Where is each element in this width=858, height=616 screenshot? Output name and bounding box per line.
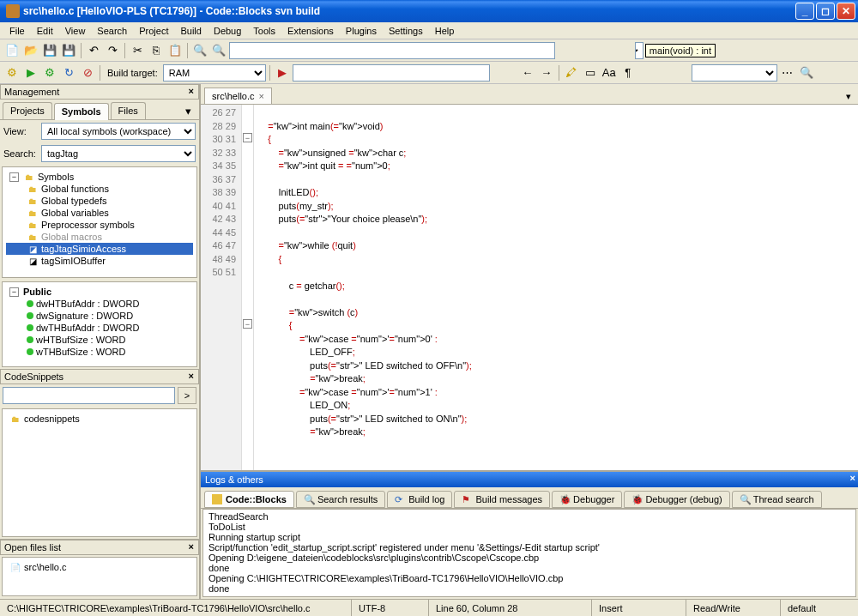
codesnippets-header: CodeSnippets ×	[0, 369, 199, 384]
logs-header: Logs & others ×	[201, 472, 858, 487]
public-item[interactable]: dwTHBufAddr : DWORD	[6, 322, 193, 334]
openfiles-header: Open files list ×	[0, 540, 199, 555]
quick-search-input[interactable]	[229, 42, 555, 59]
log-tab-threadsearch[interactable]: 🔍Thread search	[732, 491, 822, 508]
menu-view[interactable]: View	[59, 24, 92, 38]
find-replace-icon[interactable]: 🔍	[210, 42, 227, 59]
log-tab-buildlog[interactable]: ⟳Build log	[387, 491, 452, 508]
cut-icon[interactable]: ✂	[129, 42, 146, 59]
status-insert: Insert	[592, 600, 686, 616]
tree-tagsimiobuffer[interactable]: ◪tagSimIOBuffer	[6, 255, 193, 267]
highlight-icon[interactable]: 🖍	[563, 64, 580, 82]
tab-dropdown-icon[interactable]: ▾	[179, 102, 196, 119]
status-position: Line 60, Column 28	[429, 600, 592, 616]
close-button[interactable]: ✕	[837, 3, 855, 20]
log-tab-debugger[interactable]: 🐞Debugger	[552, 491, 622, 508]
tree-global-typedefs[interactable]: 🖿Global typedefs	[6, 195, 193, 207]
debug-continue-icon[interactable]: ▶	[274, 64, 291, 82]
view-select[interactable]: All local symbols (workspace)	[41, 123, 196, 140]
rebuild-icon[interactable]: ↻	[60, 64, 77, 82]
code-editor[interactable]: 26 27 28 29 30 31 32 33 34 35 36 37 38 3…	[201, 105, 858, 470]
editor-tab-close-icon[interactable]: ×	[259, 91, 264, 101]
public-item[interactable]: dwSignature : DWORD	[6, 310, 193, 322]
tree-root-symbols[interactable]: −🖿Symbols	[6, 171, 193, 183]
log-tab-debugger-debug[interactable]: 🐞Debugger (debug)	[624, 491, 729, 508]
codesnippets-close-icon[interactable]: ×	[186, 371, 196, 381]
menu-file[interactable]: File	[3, 24, 31, 38]
menu-extensions[interactable]: Extensions	[281, 24, 340, 38]
menu-debug[interactable]: Debug	[208, 24, 247, 38]
public-item[interactable]: wHTBufSize : WORD	[6, 334, 193, 346]
log-tab-search[interactable]: 🔍Search results	[296, 491, 385, 508]
menu-plugins[interactable]: Plugins	[340, 24, 383, 38]
editor-tab-dropdown-icon[interactable]: ▾	[843, 89, 855, 104]
codesnippets-search-input[interactable]	[3, 387, 175, 404]
codesnippets-root[interactable]: 🖿codesnippets	[6, 413, 193, 425]
menu-help[interactable]: Help	[429, 24, 461, 38]
search-go-icon[interactable]: 🔍	[798, 64, 815, 82]
tree-selected-symbol[interactable]: ◪tagJtagSimioAccess	[6, 243, 193, 255]
selection-icon[interactable]: ▭	[582, 64, 599, 82]
search-scope-select[interactable]	[692, 64, 777, 82]
new-file-icon[interactable]: 📄	[3, 42, 21, 59]
tab-projects[interactable]: Projects	[3, 102, 52, 119]
run-icon[interactable]: ▶	[22, 64, 39, 82]
log-tab-buildmsg[interactable]: ⚑Build messages	[454, 491, 550, 508]
app-icon	[6, 4, 20, 18]
log-tab-codeblocks[interactable]: Code::Blocks	[204, 491, 294, 508]
maximize-button[interactable]: ◻	[816, 3, 835, 20]
minimize-button[interactable]: _	[795, 3, 814, 20]
public-item[interactable]: dwHTBufAddr : DWORD	[6, 298, 193, 310]
fold-icon[interactable]: −	[243, 319, 252, 329]
tree-global-variables[interactable]: 🖿Global variables	[6, 207, 193, 219]
tree-global-functions[interactable]: 🖿Global functions	[6, 183, 193, 195]
tree-preprocessor-symbols[interactable]: 🖿Preprocessor symbols	[6, 219, 193, 231]
build-target-select[interactable]: RAM	[163, 64, 266, 82]
tab-symbols[interactable]: Symbols	[54, 103, 109, 120]
menu-settings[interactable]: Settings	[383, 24, 429, 38]
copy-icon[interactable]: ⎘	[148, 42, 165, 59]
openfiles-item[interactable]: 📄src\hello.c	[6, 561, 193, 573]
redo-icon[interactable]: ↷	[104, 42, 121, 59]
nav-back-icon[interactable]: ←	[519, 64, 536, 82]
abort-icon[interactable]: ⊘	[79, 64, 96, 82]
status-path: C:\HIGHTEC\TRICORE\examples\TriBoard-TC1…	[0, 600, 352, 616]
codesnippets-go-button[interactable]: >	[178, 387, 196, 404]
case-toggle-icon[interactable]: Aa	[601, 64, 618, 82]
build-run-icon[interactable]: ⚙	[41, 64, 58, 82]
management-close-icon[interactable]: ×	[186, 86, 196, 96]
options-icon[interactable]: ⋯	[779, 64, 796, 82]
fold-column[interactable]: − −	[242, 105, 254, 470]
editor-tabbar: src\hello.c × ▾	[201, 84, 858, 105]
function-hint: main(void) : int	[645, 44, 716, 57]
build-icon[interactable]: ⚙	[3, 64, 21, 82]
menu-edit[interactable]: Edit	[31, 24, 59, 38]
code-area[interactable]: ="kw">int main(="kw">void) { ="kw">unsig…	[254, 105, 858, 470]
undo-icon[interactable]: ↶	[85, 42, 102, 59]
view-label: View:	[3, 126, 38, 136]
tree-public[interactable]: −Public	[6, 286, 193, 298]
paste-icon[interactable]: 📋	[166, 42, 184, 59]
menu-tools[interactable]: Tools	[247, 24, 281, 38]
menu-search[interactable]: Search	[91, 24, 133, 38]
scope-select[interactable]	[635, 42, 644, 59]
fold-icon[interactable]: −	[243, 133, 252, 142]
openfiles-close-icon[interactable]: ×	[186, 541, 196, 552]
tab-files[interactable]: Files	[111, 102, 146, 119]
status-profile: default	[781, 600, 858, 616]
symbol-search-select[interactable]: tagJtag	[41, 145, 196, 162]
debug-input[interactable]	[293, 64, 490, 82]
nav-forward-icon[interactable]: →	[538, 64, 555, 82]
logs-output[interactable]: ThreadSearchToDoListRunning startup scri…	[202, 509, 856, 597]
save-all-icon[interactable]: 💾	[60, 42, 77, 59]
editor-tab-hello[interactable]: src\hello.c ×	[204, 88, 272, 104]
menu-project[interactable]: Project	[133, 24, 174, 38]
logs-close-icon[interactable]: ×	[850, 473, 855, 483]
pilcrow-icon[interactable]: ¶	[619, 64, 637, 82]
save-icon[interactable]: 💾	[41, 42, 58, 59]
open-file-icon[interactable]: 📂	[22, 42, 39, 59]
public-item[interactable]: wTHBufSize : WORD	[6, 346, 193, 358]
tree-global-macros[interactable]: 🖿Global macros	[6, 231, 193, 243]
find-icon[interactable]: 🔍	[191, 42, 208, 59]
menu-build[interactable]: Build	[174, 24, 207, 38]
